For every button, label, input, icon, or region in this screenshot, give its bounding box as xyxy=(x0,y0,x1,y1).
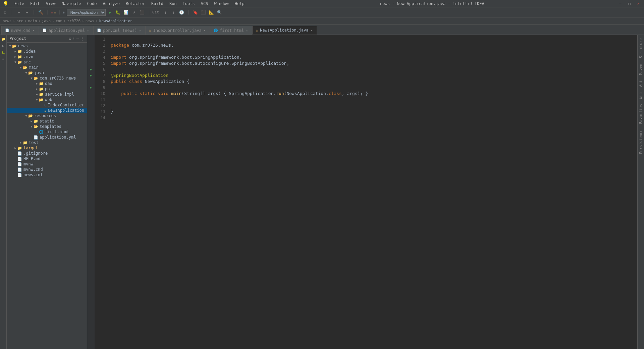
project-settings-icon[interactable]: ⚙ xyxy=(69,36,71,41)
close-button[interactable]: ✕ xyxy=(635,1,641,6)
tab-close-news-app[interactable]: ✕ xyxy=(311,29,313,32)
terminal-icon[interactable]: ⬛ xyxy=(200,9,207,16)
breadcrumb-java[interactable]: java xyxy=(42,19,51,23)
menu-vcs[interactable]: VCS xyxy=(198,1,211,7)
settings-icon[interactable]: ⚙ xyxy=(1,9,9,16)
tab-close-html[interactable]: ✕ xyxy=(246,29,248,32)
project-icon[interactable]: 📁 xyxy=(1,36,6,42)
tree-newsiml[interactable]: 📄 news.iml xyxy=(7,172,87,178)
breadcrumb-zr0726[interactable]: zr0726 xyxy=(67,19,80,23)
breadcrumb-news2[interactable]: news xyxy=(86,19,95,23)
minimize-button[interactable]: — xyxy=(617,1,624,6)
debug-icon-left[interactable]: 🐛 xyxy=(1,50,6,55)
tree-test[interactable]: ▶ 📁 test xyxy=(7,140,87,145)
tree-first-html[interactable]: 🌐 first.html xyxy=(7,129,87,135)
menu-file[interactable]: File xyxy=(12,1,27,7)
tab-close-mvnw[interactable]: ✕ xyxy=(33,29,35,32)
tree-dao[interactable]: ▶ 📁 dao xyxy=(7,81,87,86)
tree-com-pkg[interactable]: ▼ 📂 com.zr0726.news xyxy=(7,76,87,81)
tree-idea[interactable]: ▶ 📁 .idea xyxy=(7,49,87,54)
menu-window[interactable]: Window xyxy=(211,1,231,7)
tab-application-yml[interactable]: 📄 application.yml ✕ xyxy=(39,26,93,35)
tab-icon-pom: 📄 xyxy=(97,29,101,32)
tree-mvnw[interactable]: 📄 mvnw xyxy=(7,161,87,167)
file-mvnwcmd-icon: 📄 xyxy=(17,167,22,172)
menu-refactor[interactable]: Refactor xyxy=(123,1,148,7)
tree-mvn[interactable]: ▶ 📁 .mvn xyxy=(7,54,87,59)
debug-button[interactable]: 🐛 xyxy=(114,9,122,16)
tree-service-impl[interactable]: ▶ 📁 service.impl xyxy=(7,92,87,97)
menu-navigate[interactable]: Navigate xyxy=(59,1,84,7)
git-update-icon[interactable]: ↓ xyxy=(162,9,169,16)
breadcrumb-news[interactable]: news xyxy=(3,19,12,23)
run-icon-left[interactable]: ▶ xyxy=(1,43,6,48)
structure-icon[interactable]: 📐 xyxy=(208,9,215,16)
code-content[interactable]: package com.zr0726.news; import org.spri… xyxy=(108,35,637,349)
tree-application-yml[interactable]: 📄 application.yml xyxy=(7,135,87,140)
menu-edit[interactable]: Edit xyxy=(28,1,43,7)
right-panel-favorites[interactable]: Favorites xyxy=(638,102,644,126)
right-panel-structure[interactable]: Structure xyxy=(638,36,644,60)
tab-first-html[interactable]: 🌐 first.html ✕ xyxy=(210,26,252,35)
run-config-select[interactable]: NewsApplication xyxy=(67,9,106,16)
coverage-button[interactable]: 📊 xyxy=(122,9,130,16)
menu-tools[interactable]: Tools xyxy=(180,1,198,7)
tab-close-yml[interactable]: ✕ xyxy=(87,29,89,32)
structure-icon-left[interactable]: ≡ xyxy=(1,56,6,62)
tree-news-application[interactable]: ☕ NewsApplication xyxy=(7,108,87,113)
bookmark-icon[interactable]: 🔖 xyxy=(192,9,199,16)
gutter-6[interactable]: ▶ xyxy=(88,66,94,72)
tree-gitignore[interactable]: 📄 .gitignore xyxy=(7,151,87,156)
tree-mvnwcmd[interactable]: 📄 mvnw.cmd xyxy=(7,167,87,172)
tree-static[interactable]: ▶ 📁 static xyxy=(7,118,87,124)
tree-main[interactable]: ▼ 📂 main xyxy=(7,65,87,70)
breadcrumb-class[interactable]: NewsApplication xyxy=(99,19,132,23)
project-collapse-icon[interactable]: — xyxy=(76,36,79,41)
breadcrumb-com[interactable]: com xyxy=(56,19,62,23)
maximize-button[interactable]: □ xyxy=(626,1,633,6)
tree-index-controller[interactable]: C IndexController xyxy=(7,102,87,108)
build-icon[interactable]: 🔨 xyxy=(37,9,44,16)
tab-mvnw-cmd[interactable]: 📄 mvnw.cmd ✕ xyxy=(1,26,39,35)
search-everywhere-icon[interactable]: 🔍 xyxy=(216,9,223,16)
tree-arrow-mvn: ▶ xyxy=(13,55,17,58)
gutter-9[interactable]: ▶ xyxy=(88,85,94,91)
tab-close-pom[interactable]: ✕ xyxy=(139,29,141,32)
tab-close-index[interactable]: ✕ xyxy=(204,29,206,32)
tab-news-application[interactable]: ☕ NewsApplication.java ✕ xyxy=(252,26,317,35)
right-panel-ant[interactable]: Ant xyxy=(638,78,644,89)
tree-java[interactable]: ▼ 📂 java xyxy=(7,70,87,76)
run-button[interactable]: ▶ xyxy=(106,9,114,16)
profile-button[interactable]: ⚡ xyxy=(130,9,138,16)
menu-code[interactable]: Code xyxy=(85,1,100,7)
right-panel-persistence[interactable]: Persistence xyxy=(638,128,644,156)
project-options-icon[interactable]: ⋮ xyxy=(80,36,84,41)
git-history-icon[interactable]: 🕐 xyxy=(178,9,185,16)
code-editor[interactable]: ▶ ▶ ▶ 1 2 3 4 5 6 7 8 9 10 xyxy=(87,35,637,349)
tree-helpmd[interactable]: 📄 HELP.md xyxy=(7,156,87,161)
stop-button[interactable]: ⬛ xyxy=(139,9,146,16)
tree-news-root[interactable]: ▼ 📂 news xyxy=(7,43,87,49)
menu-analyze[interactable]: Analyze xyxy=(100,1,122,7)
redo-icon[interactable]: ↪ xyxy=(23,9,31,16)
tree-templates[interactable]: ▼ 📂 templates xyxy=(7,124,87,129)
menu-help[interactable]: Help xyxy=(232,1,247,7)
menu-view[interactable]: View xyxy=(43,1,58,7)
gutter-7[interactable]: ▶ xyxy=(88,72,94,79)
project-sort-icon[interactable]: ⬇ xyxy=(73,36,75,41)
breadcrumb-src[interactable]: src xyxy=(16,19,23,23)
tree-web[interactable]: ▼ 📂 web xyxy=(7,97,87,102)
tab-pom-xml[interactable]: 📄 pom.xml (news) ✕ xyxy=(93,26,145,35)
breadcrumb-main[interactable]: main xyxy=(28,19,37,23)
tab-index-controller[interactable]: ☕ IndexController.java ✕ xyxy=(145,26,210,35)
tree-resources[interactable]: ▼ 📂 resources xyxy=(7,113,87,118)
tree-src[interactable]: ▼ 📂 src xyxy=(7,59,87,65)
tree-target[interactable]: ▶ 📁 target xyxy=(7,145,87,151)
tree-po[interactable]: ▶ 📁 po xyxy=(7,86,87,92)
git-push-icon[interactable]: ↑ xyxy=(170,9,177,16)
right-panel-web[interactable]: Web xyxy=(638,90,644,101)
menu-run[interactable]: Run xyxy=(167,1,179,7)
right-panel-maven[interactable]: Maven xyxy=(638,62,644,77)
menu-build[interactable]: Build xyxy=(149,1,166,7)
undo-icon[interactable]: ↩ xyxy=(15,9,22,16)
